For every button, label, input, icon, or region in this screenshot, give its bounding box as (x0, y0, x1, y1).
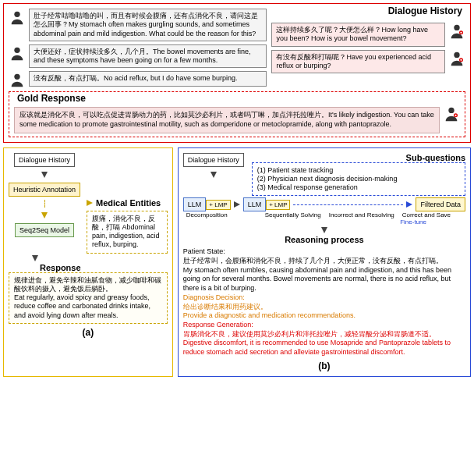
sub-questions-box: (1) Patient state tracking (2) Physician… (252, 162, 465, 197)
patient-icon (9, 71, 26, 88)
svg-point-0 (14, 12, 19, 17)
figure-root: Dialogue History 肚子经常咕噜咕噜的叫，而且有时候会腹痛，还有点… (0, 0, 474, 380)
svg-point-8 (455, 114, 458, 117)
svg-point-3 (454, 25, 459, 30)
patient-msg: 肚子经常咕噜咕噜的叫，而且有时候会腹痛，还有点消化不良，请问这是怎么回事？My … (9, 9, 267, 41)
response-body: 规律进食，避免辛辣和油腻食物，减少咖啡和碳酸饮料的摄入，避免饭后躺卧。 Eat … (9, 272, 168, 324)
medical-entities-body: 腹痛，消化不良，反酸，打嗝 Abdominal pain, indigestio… (87, 211, 168, 254)
box-dialogue-history: Dialogue History (14, 153, 75, 167)
arrow-down-icon (210, 172, 217, 178)
sub-questions-title: Sub-questions (252, 153, 465, 162)
label-seq-solving: Sequentially Solving (265, 211, 321, 218)
box-filtered-data: Filtered Data (416, 197, 465, 211)
svg-point-4 (460, 31, 463, 34)
svg-point-5 (454, 52, 459, 57)
box-lmp-1: + LMP (206, 200, 230, 210)
bottom-panels: Dialogue History Heuristic Annotation Se… (3, 147, 471, 377)
box-heuristic-annotation: Heuristic Annotation (9, 183, 80, 197)
doctor-icon (448, 50, 465, 67)
diagnosis-decision-body: 给出诊断结果和用药建议。 Provide a diagnostic and me… (183, 303, 465, 321)
box-llm-2: LLM (243, 197, 267, 211)
svg-point-6 (460, 59, 463, 62)
arrow-down-icon (32, 255, 38, 261)
medical-entities-title: Medical Entities (96, 198, 161, 208)
patient-state-body: 肚子经常叫，会腹痛和消化不良，持续了几个月，大便正常，没有反酸，有点打嗝。 My… (183, 257, 465, 293)
doctor-icon (443, 105, 460, 123)
box-lmp-2: + LMP (266, 200, 290, 210)
response-title: Response (40, 263, 168, 272)
panel-a-caption: (a) (9, 327, 168, 338)
arrow-down-icon (41, 172, 48, 178)
dialogue-history-title: Dialogue History (385, 5, 465, 16)
sub-q-3: (3) Medical response generation (257, 183, 460, 192)
box-seq2seq: Seq2Seq Model (15, 223, 74, 237)
response-generation-body: 胃肠消化不良，建议使用莫沙必利片和泮托拉唑片，减轻胃酸分泌和胃肠道不适。 Dig… (183, 330, 465, 357)
dialogue-history-panel: Dialogue History 肚子经常咕噜咕噜的叫，而且有时候会腹痛，还有点… (3, 3, 471, 143)
doctor-msg: 有没有反酸和打嗝呢？Have you experienced acid refl… (271, 50, 465, 74)
label-decomposition: Decomposition (186, 211, 228, 218)
dashed-connector (44, 200, 45, 208)
doctor-msg: 这样持续多久了呢？大便怎么样？How long have you been? H… (271, 23, 465, 47)
box-llm-1: LLM (183, 197, 207, 211)
doctor-icon (448, 23, 465, 40)
patient-bubble: 肚子经常咕噜咕噜的叫，而且有时候会腹痛，还有点消化不良，请问这是怎么回事？My … (29, 9, 267, 41)
gold-msg: 应该就是消化不良，可以吃点促进胃肠动力的药，比如莫沙必利片，或者吗丁啉，加点泮托… (14, 105, 460, 133)
patient-msg: 大便还好，症状持续没多久，几个月。The bowel movements are… (9, 44, 267, 69)
arrow-right-dashed-icon (406, 201, 412, 208)
doctor-bubble: 这样持续多久了呢？大便怎么样？How long have you been? H… (271, 23, 445, 47)
doctor-bubble: 有没有反酸和打嗝呢？Have you experienced acid refl… (271, 50, 445, 74)
gold-response-title: Gold Response (14, 93, 89, 104)
patient-column: 肚子经常咕噜咕噜的叫，而且有时候会腹痛，还有点消化不良，请问这是怎么回事？My … (9, 9, 267, 88)
svg-point-1 (14, 47, 19, 52)
dashed-connector (293, 204, 403, 205)
box-dialogue-history-b: Dialogue History (183, 153, 244, 167)
panel-a: Dialogue History Heuristic Annotation Se… (3, 147, 173, 377)
gold-response-panel: Gold Response 应该就是消化不良，可以吃点促进胃肠动力的药，比如莫沙… (9, 91, 465, 137)
label-incorrect: Incorrect and Resolving (329, 211, 394, 218)
patient-bubble: 没有反酸，有点打嗝。No acid reflux, but I do have … (29, 71, 267, 86)
patient-bubble: 大便还好，症状持续没多久，几个月。The bowel movements are… (29, 44, 267, 69)
sub-q-1: (1) Patient state tracking (257, 166, 460, 175)
svg-point-2 (14, 74, 19, 80)
label-correct: Correct and Save (402, 211, 451, 218)
reasoning-process-title: Reasoning process (183, 235, 465, 244)
diagnosis-decision-title: Diagnosis Decision: (183, 293, 465, 303)
panel-b: Dialogue History Sub-questions (1) Patie… (178, 147, 471, 377)
svg-point-7 (448, 108, 454, 113)
dialogue-columns: 肚子经常咕噜咕噜的叫，而且有时候会腹痛，还有点消化不良，请问这是怎么回事？My … (9, 9, 465, 88)
arrow-right-icon (234, 201, 240, 208)
response-generation-title: Response Generation: (183, 321, 465, 330)
label-fine-tune: Fine-tune (183, 218, 426, 226)
patient-state-title: Patient State: (183, 247, 465, 257)
doctor-column: 这样持续多久了呢？大便怎么样？How long have you been? H… (271, 23, 465, 73)
panel-b-caption: (b) (183, 361, 465, 371)
patient-icon (9, 9, 26, 26)
patient-icon (9, 44, 26, 62)
arrow-down-icon (321, 227, 327, 233)
patient-msg: 没有反酸，有点打嗝。No acid reflux, but I do have … (9, 71, 267, 88)
sub-q-2: (2) Physician next diagnosis decision-ma… (257, 175, 460, 183)
gold-response-body: 应该就是消化不良，可以吃点促进胃肠动力的药，比如莫沙必利片，或者吗丁啉，加点泮托… (14, 107, 440, 133)
reasoning-process-body: Patient State: 肚子经常叫，会腹痛和消化不良，持续了几个月，大便正… (183, 247, 465, 357)
arrow-right-dashed-icon (87, 200, 93, 206)
arrow-down-dashed-icon (41, 212, 48, 218)
